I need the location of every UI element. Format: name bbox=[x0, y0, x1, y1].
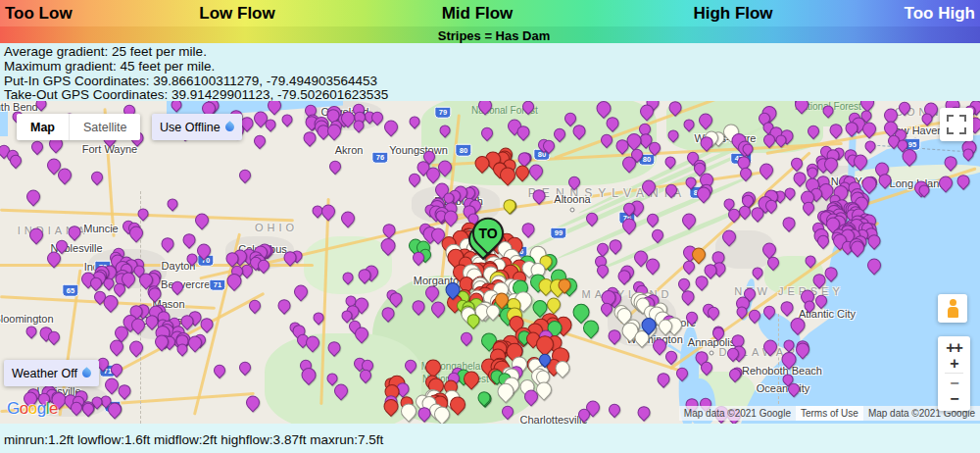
weather-toggle-button[interactable]: Weather Off bbox=[4, 360, 99, 386]
map-pin[interactable] bbox=[382, 118, 402, 137]
map-pin[interactable] bbox=[673, 365, 690, 381]
map-pin[interactable] bbox=[378, 235, 399, 256]
map-pin[interactable] bbox=[761, 304, 778, 321]
waypoint-label: TO bbox=[474, 219, 502, 246]
map-pin[interactable] bbox=[236, 359, 253, 376]
zoom-out-button[interactable]: − bbox=[950, 377, 957, 390]
map-pin[interactable] bbox=[379, 305, 397, 323]
map-pin[interactable] bbox=[275, 296, 293, 314]
map-pin[interactable] bbox=[779, 214, 797, 231]
map-pin[interactable] bbox=[662, 154, 678, 170]
map-pin[interactable] bbox=[126, 338, 146, 358]
map-pin[interactable] bbox=[247, 297, 264, 314]
map-pin[interactable] bbox=[479, 125, 496, 141]
map-pin[interactable] bbox=[519, 220, 537, 237]
map-pin[interactable] bbox=[501, 197, 518, 215]
map-pin[interactable] bbox=[280, 112, 296, 127]
map-pin[interactable] bbox=[644, 212, 661, 228]
river-info-panel: Average gradient: 25 feet per mile. Maxi… bbox=[0, 43, 980, 101]
map-pin[interactable] bbox=[331, 381, 351, 401]
map-pin[interactable] bbox=[243, 393, 263, 413]
map-pin[interactable] bbox=[635, 403, 653, 421]
map-pin[interactable] bbox=[165, 196, 180, 212]
zoom-in-button[interactable]: + bbox=[950, 357, 957, 371]
map-pin[interactable] bbox=[649, 226, 665, 243]
state-label: PENNSYLVANIA bbox=[528, 186, 687, 200]
map-pin[interactable] bbox=[159, 234, 176, 252]
map-pin[interactable] bbox=[311, 310, 326, 326]
map-pin[interactable] bbox=[422, 283, 442, 303]
map-pin[interactable] bbox=[325, 338, 343, 356]
map-pin[interactable] bbox=[607, 237, 624, 255]
pegman-button[interactable] bbox=[938, 294, 967, 323]
map-pin[interactable] bbox=[410, 297, 427, 315]
map-pin[interactable] bbox=[403, 357, 419, 374]
map-pin[interactable] bbox=[237, 168, 254, 184]
terms-of-use-link[interactable]: Terms of Use bbox=[796, 406, 863, 421]
map-pin[interactable] bbox=[408, 114, 423, 129]
map-pin[interactable] bbox=[665, 127, 681, 143]
map-pin[interactable] bbox=[607, 402, 623, 419]
map-pin[interactable] bbox=[551, 126, 567, 143]
map-pin[interactable] bbox=[777, 298, 795, 316]
legend-too-high: Too High bbox=[905, 4, 975, 24]
map-pin[interactable] bbox=[24, 186, 43, 206]
map-pin[interactable] bbox=[719, 226, 739, 246]
putin-gps-text: Put-In GPS Coordinates: 39.866100311279,… bbox=[4, 75, 980, 89]
map-pin[interactable] bbox=[338, 208, 358, 227]
map-pin[interactable] bbox=[804, 253, 819, 269]
map-pin[interactable] bbox=[380, 222, 398, 239]
map-pin[interactable] bbox=[746, 307, 762, 324]
map-pin[interactable] bbox=[340, 270, 356, 285]
fullscreen-icon bbox=[959, 127, 966, 134]
use-offline-button[interactable]: Use Offline bbox=[152, 114, 242, 140]
map-pin[interactable] bbox=[212, 363, 228, 379]
map-pin[interactable] bbox=[826, 122, 844, 139]
map-pin[interactable] bbox=[663, 348, 680, 365]
zoom-out-fast-button[interactable]: − bbox=[950, 392, 957, 406]
map-pin[interactable] bbox=[604, 114, 621, 131]
legend-mid-flow: Mid Flow bbox=[442, 4, 514, 24]
fullscreen-button[interactable] bbox=[940, 108, 973, 141]
map-pin[interactable] bbox=[862, 138, 878, 154]
map-pin[interactable] bbox=[24, 324, 39, 339]
zoom-in-fast-button[interactable]: ++ bbox=[946, 341, 962, 355]
map-pin[interactable] bbox=[789, 155, 806, 172]
map-pin[interactable] bbox=[475, 389, 493, 407]
map-pin[interactable] bbox=[570, 122, 588, 139]
map-pin[interactable] bbox=[192, 211, 212, 230]
map-pin[interactable] bbox=[942, 154, 959, 172]
map-pin[interactable] bbox=[170, 101, 185, 113]
map-pin[interactable] bbox=[437, 123, 453, 138]
map-pin[interactable] bbox=[936, 174, 956, 193]
map-pin[interactable] bbox=[318, 201, 338, 221]
map-pin[interactable] bbox=[599, 131, 615, 148]
map-pin[interactable] bbox=[500, 403, 516, 420]
map-pin[interactable] bbox=[805, 123, 821, 139]
map-pin[interactable] bbox=[655, 371, 672, 388]
map-pin[interactable] bbox=[135, 206, 151, 222]
map-button[interactable]: Map bbox=[17, 114, 69, 140]
map-pin[interactable] bbox=[583, 210, 600, 226]
map-pin[interactable] bbox=[88, 169, 105, 185]
map-pin[interactable] bbox=[679, 211, 699, 230]
map-canvas[interactable]: INDIANAOHIOPENNSYLVANIAMARYLANDNEW JERSE… bbox=[0, 101, 980, 424]
map-pin[interactable] bbox=[666, 101, 684, 117]
legend-low-flow: Low Flow bbox=[199, 4, 274, 24]
google-logo: Google bbox=[7, 399, 58, 419]
map-pin[interactable] bbox=[291, 282, 311, 302]
map-pin[interactable] bbox=[681, 117, 697, 132]
map-pin[interactable] bbox=[251, 132, 268, 149]
map-pin[interactable] bbox=[955, 172, 972, 189]
satellite-button[interactable]: Satellite bbox=[69, 114, 140, 140]
map-pin[interactable] bbox=[696, 111, 715, 130]
map-pin[interactable] bbox=[864, 256, 884, 276]
map-pin[interactable] bbox=[757, 160, 776, 179]
map-pin[interactable] bbox=[750, 265, 765, 280]
map-pin[interactable] bbox=[326, 158, 343, 175]
map-pin[interactable] bbox=[265, 101, 284, 116]
map-pin[interactable] bbox=[28, 138, 45, 155]
map-pin[interactable] bbox=[678, 288, 696, 306]
map-pin[interactable] bbox=[180, 230, 198, 248]
map-pin[interactable] bbox=[458, 330, 474, 347]
